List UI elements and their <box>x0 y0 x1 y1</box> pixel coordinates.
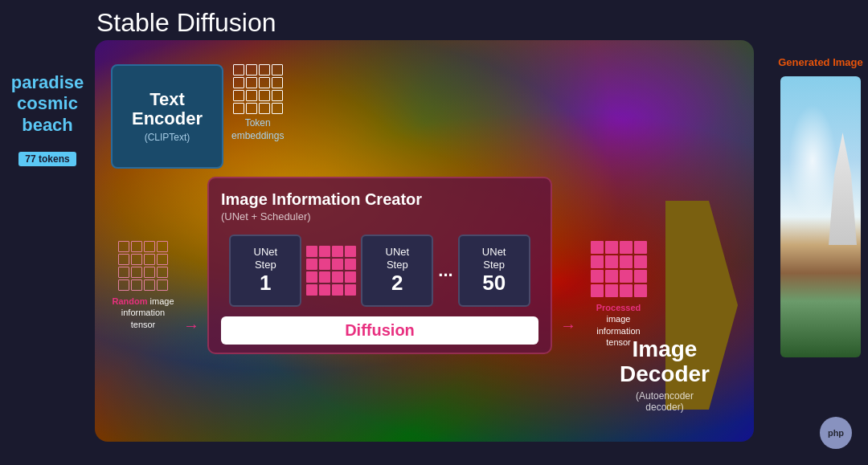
unet-steps-row: UNetStep 1 UNetStep <box>221 235 538 307</box>
iic-container: Image Information Creator (UNet + Schedu… <box>207 177 552 354</box>
processed-tensor-section: Processed imageinformation tensor <box>584 241 653 348</box>
token-embeddings-section: Token embeddings <box>231 64 284 142</box>
processed-grid <box>591 241 647 297</box>
decoder-title: ImageDecoder <box>620 337 710 387</box>
image-decoder-section: ImageDecoder (Autoencoderdecoder) <box>665 201 738 410</box>
input-tensor-grid <box>118 241 168 291</box>
token-embeddings-label: Token embeddings <box>231 117 284 142</box>
token-grid-icon <box>233 64 283 114</box>
left-sidebar: paradise cosmic beach 77 tokens <box>0 40 95 166</box>
unet-number-1: 1 <box>260 271 271 296</box>
diffusion-bar: Diffusion <box>221 316 538 345</box>
unet-label-1: UNetStep <box>254 246 278 271</box>
arrow-from-iic: → <box>560 316 576 335</box>
prompt-text: paradise cosmic beach <box>11 72 84 136</box>
text-encoder-title: TextEncoder <box>132 90 203 128</box>
text-encoder-subtitle: (CLIPText) <box>145 132 190 143</box>
decoder-subtitle: (Autoencoderdecoder) <box>620 390 710 413</box>
unet-block-50: UNetStep 50 <box>458 235 530 307</box>
unet-label-2: UNetStep <box>386 246 410 271</box>
diffusion-text: Diffusion <box>345 321 415 339</box>
unet-block-2: UNetStep 2 <box>361 235 433 307</box>
input-tensor-section: Random imageinformation tensor <box>111 241 175 330</box>
unet-number-2: 2 <box>391 271 403 296</box>
unet-number-50: 50 <box>482 271 506 296</box>
unet-dots: ... <box>438 260 452 281</box>
unet-box-1: UNetStep 1 <box>229 235 301 307</box>
tokens-badge: 77 tokens <box>18 152 76 166</box>
text-encoder-box: TextEncoder (CLIPText) <box>111 64 223 169</box>
generated-image-preview <box>780 76 861 357</box>
page-title: Stable Diffusion <box>0 0 276 43</box>
main-container: TextEncoder (CLIPText) Token embeddings <box>95 40 754 442</box>
arrow-to-iic: → <box>183 316 199 335</box>
right-sidebar: Generated Image <box>773 40 868 357</box>
image-decoder-labels: ImageDecoder (Autoencoderdecoder) <box>620 337 710 413</box>
unet-block-1: UNetStep 1 <box>229 235 301 307</box>
iic-box: Image Information Creator (UNet + Schedu… <box>207 177 552 354</box>
php-badge: php <box>820 417 852 449</box>
unet-label-50: UNetStep <box>482 246 506 271</box>
iic-subtitle: (UNet + Scheduler) <box>221 210 538 222</box>
inter-tensor-1 <box>306 246 356 296</box>
generated-image-label: Generated Image <box>778 56 863 70</box>
unet-box-50: UNetStep 50 <box>458 235 530 307</box>
text-encoder-section: TextEncoder (CLIPText) <box>111 64 223 169</box>
iic-title: Image Information Creator <box>221 190 538 209</box>
unet-box-2: UNetStep 2 <box>361 235 433 307</box>
input-tensor-label: Random imageinformation tensor <box>111 296 175 330</box>
